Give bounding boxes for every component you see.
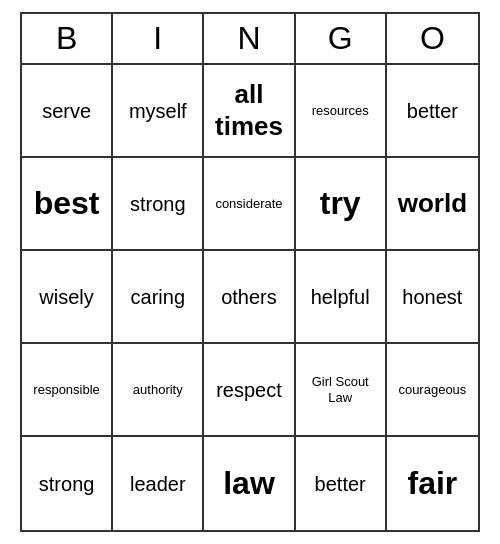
cell-text-22: law — [223, 464, 275, 502]
bingo-cell-1: myself — [113, 65, 204, 158]
cell-text-14: honest — [402, 285, 462, 309]
bingo-cell-24: fair — [387, 437, 478, 530]
cell-text-24: fair — [407, 464, 457, 502]
bingo-cell-12: others — [204, 251, 295, 344]
bingo-header: BINGO — [20, 12, 480, 63]
bingo-cell-15: responsible — [22, 344, 113, 437]
header-letter-G: G — [296, 14, 387, 63]
bingo-cell-10: wisely — [22, 251, 113, 344]
cell-text-6: strong — [130, 192, 186, 216]
cell-text-7: considerate — [215, 196, 282, 212]
bingo-cell-7: considerate — [204, 158, 295, 251]
bingo-cell-22: law — [204, 437, 295, 530]
bingo-cell-14: honest — [387, 251, 478, 344]
cell-text-0: serve — [42, 99, 91, 123]
cell-text-17: respect — [216, 378, 282, 402]
header-letter-I: I — [113, 14, 204, 63]
cell-text-1: myself — [129, 99, 187, 123]
cell-text-12: others — [221, 285, 277, 309]
bingo-cell-9: world — [387, 158, 478, 251]
cell-text-10: wisely — [39, 285, 93, 309]
bingo-cell-23: better — [296, 437, 387, 530]
bingo-cell-0: serve — [22, 65, 113, 158]
bingo-cell-6: strong — [113, 158, 204, 251]
cell-text-5: best — [34, 184, 100, 222]
cell-text-8: try — [320, 184, 361, 222]
cell-text-21: leader — [130, 472, 186, 496]
bingo-cell-19: courageous — [387, 344, 478, 437]
header-letter-B: B — [22, 14, 113, 63]
bingo-cell-2: all times — [204, 65, 295, 158]
cell-text-4: better — [407, 99, 458, 123]
bingo-cell-4: better — [387, 65, 478, 158]
bingo-cell-21: leader — [113, 437, 204, 530]
cell-text-15: responsible — [33, 382, 100, 398]
header-letter-N: N — [204, 14, 295, 63]
cell-text-23: better — [315, 472, 366, 496]
cell-text-18: Girl Scout Law — [300, 374, 381, 405]
bingo-cell-3: resources — [296, 65, 387, 158]
cell-text-16: authority — [133, 382, 183, 398]
bingo-cell-8: try — [296, 158, 387, 251]
bingo-grid: servemyselfall timesresourcesbetterbests… — [20, 63, 480, 532]
bingo-cell-5: best — [22, 158, 113, 251]
bingo-cell-18: Girl Scout Law — [296, 344, 387, 437]
bingo-cell-11: caring — [113, 251, 204, 344]
bingo-card: BINGO servemyselfall timesresourcesbette… — [20, 12, 480, 532]
cell-text-2: all times — [208, 79, 289, 141]
bingo-cell-17: respect — [204, 344, 295, 437]
cell-text-19: courageous — [398, 382, 466, 398]
cell-text-13: helpful — [311, 285, 370, 309]
bingo-cell-20: strong — [22, 437, 113, 530]
header-letter-O: O — [387, 14, 478, 63]
cell-text-20: strong — [39, 472, 95, 496]
bingo-cell-13: helpful — [296, 251, 387, 344]
cell-text-11: caring — [131, 285, 185, 309]
cell-text-3: resources — [312, 103, 369, 119]
bingo-cell-16: authority — [113, 344, 204, 437]
cell-text-9: world — [398, 188, 467, 219]
